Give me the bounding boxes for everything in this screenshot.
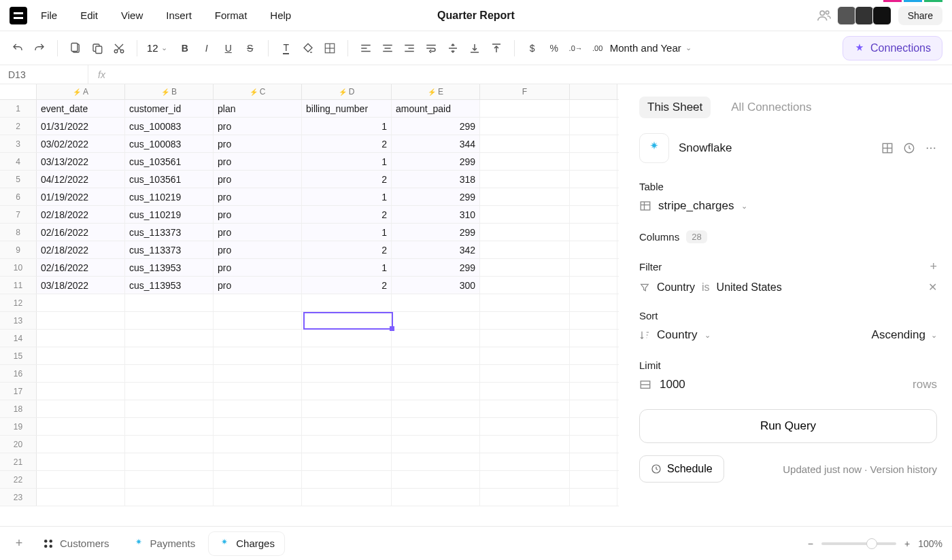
sheet-tab-charges[interactable]: Charges (209, 532, 284, 555)
strikethrough-icon[interactable]: S (242, 40, 258, 56)
column-header-E[interactable]: ⚡E (392, 84, 480, 99)
menu-edit[interactable]: Edit (80, 10, 98, 21)
redo-icon[interactable] (31, 40, 48, 56)
limit-value[interactable]: 1000 (660, 378, 685, 391)
snowflake-icon (639, 133, 669, 163)
table-row[interactable]: 902/18/2022cus_113373pro2342 (0, 241, 619, 259)
share-button[interactable]: Share (898, 6, 942, 25)
formula-input[interactable]: fx (88, 69, 105, 80)
table-row[interactable]: 403/13/2022cus_103561pro1299 (0, 153, 619, 171)
spreadsheet[interactable]: ⚡A ⚡B ⚡C ⚡D ⚡E F 1event_datecustomer_idp… (0, 84, 619, 526)
table-row[interactable]: 12 (0, 294, 619, 312)
connections-button[interactable]: Connections (843, 36, 942, 60)
sort-direction[interactable]: Ascending ⌄ (872, 328, 937, 342)
cut-icon[interactable] (111, 40, 127, 56)
svg-rect-5 (71, 43, 78, 51)
zoom-out-icon[interactable]: − (808, 538, 813, 549)
align-right-icon[interactable] (401, 40, 418, 56)
table-row[interactable]: 504/12/2022cus_103561pro2318 (0, 171, 619, 188)
menu-file[interactable]: File (41, 10, 57, 21)
table-row[interactable]: 201/31/2022cus_100083pro1299 (0, 118, 619, 135)
svg-rect-7 (96, 46, 102, 54)
zoom-in-icon[interactable]: + (904, 538, 910, 549)
add-filter-icon[interactable]: + (930, 260, 937, 274)
table-row[interactable]: 23 (0, 489, 619, 506)
clipboard-icon[interactable] (67, 40, 84, 56)
remove-filter-icon[interactable]: ✕ (928, 281, 937, 294)
table-row[interactable]: 19 (0, 418, 619, 436)
align-left-icon[interactable] (358, 40, 374, 56)
table-row[interactable]: 1002/16/2022cus_113953pro1299 (0, 259, 619, 277)
column-header-B[interactable]: ⚡B (125, 84, 214, 99)
table-row[interactable]: 702/18/2022cus_110219pro2310 (0, 206, 619, 224)
svg-point-3 (826, 11, 829, 14)
currency-icon[interactable]: $ (524, 40, 541, 56)
more-icon[interactable] (925, 142, 937, 154)
valign-top-icon[interactable] (488, 40, 505, 56)
collaborator-avatars[interactable] (838, 6, 891, 25)
sheet-tab-customers[interactable]: Customers (33, 532, 119, 555)
tab-this-sheet[interactable]: This Sheet (639, 97, 711, 118)
history-icon[interactable] (903, 142, 915, 154)
updated-text[interactable]: Updated just now · Version history (783, 463, 937, 475)
menu-view[interactable]: View (121, 10, 143, 21)
svg-point-32 (934, 147, 935, 149)
borders-icon[interactable] (322, 40, 338, 56)
chevron-down-icon: ⌄ (741, 202, 747, 211)
align-center-icon[interactable] (379, 40, 396, 56)
menu-insert[interactable]: Insert (166, 10, 192, 21)
column-header-F[interactable]: F (480, 84, 570, 99)
fill-color-icon[interactable] (300, 40, 316, 56)
table-row[interactable]: 22 (0, 471, 619, 489)
percent-icon[interactable]: % (546, 40, 562, 56)
italic-icon[interactable]: I (199, 40, 215, 56)
table-row[interactable]: 20 (0, 436, 619, 453)
zoom-slider[interactable] (821, 542, 896, 545)
columns-count-badge: 28 (686, 230, 707, 243)
wrap-icon[interactable] (423, 40, 439, 56)
table-row[interactable]: 14 (0, 330, 619, 347)
font-size-selector[interactable]: 12⌄ (147, 42, 167, 54)
svg-point-42 (50, 544, 53, 548)
chevron-down-icon: ⌄ (704, 331, 711, 340)
app-logo[interactable] (10, 7, 27, 24)
table-row[interactable]: 1103/18/2022cus_113953pro2300 (0, 277, 619, 294)
tab-all-connections[interactable]: All Connections (723, 97, 819, 118)
decimal-increase-icon[interactable]: .0→ (568, 40, 584, 56)
table-row[interactable]: 16 (0, 365, 619, 383)
cell-reference[interactable]: D13 (0, 65, 88, 84)
menu-format[interactable]: Format (215, 10, 248, 21)
valign-bottom-icon[interactable] (466, 40, 483, 56)
bold-icon[interactable]: B (177, 40, 193, 56)
table-row[interactable]: 802/16/2022cus_113373pro1299 (0, 224, 619, 241)
table-row[interactable]: 15 (0, 347, 619, 365)
text-color-icon[interactable]: T (278, 40, 294, 56)
date-format-selector[interactable]: Month and Year⌄ (610, 42, 692, 54)
table-row[interactable]: 17 (0, 383, 619, 400)
copy-icon[interactable] (89, 40, 105, 56)
column-header-C[interactable]: ⚡C (214, 84, 302, 99)
undo-icon[interactable] (10, 40, 26, 56)
valign-middle-icon[interactable] (445, 40, 461, 56)
table-row[interactable]: 13 (0, 312, 619, 330)
sort-field[interactable]: Country (657, 328, 698, 342)
schedule-button[interactable]: Schedule (639, 455, 724, 483)
add-sheet-button[interactable]: + (10, 534, 29, 553)
people-icon[interactable] (817, 8, 832, 23)
table-row[interactable]: 303/02/2022cus_100083pro2344 (0, 135, 619, 153)
table-row[interactable]: 21 (0, 453, 619, 471)
sheet-tab-payments[interactable]: Payments (123, 532, 205, 555)
decimal-decrease-icon[interactable]: .00 (590, 40, 606, 56)
table-selector[interactable]: stripe_charges ⌄ (639, 199, 937, 213)
grid-icon[interactable] (881, 142, 894, 154)
table-row[interactable]: 601/19/2022cus_110219pro1299 (0, 188, 619, 206)
table-row[interactable]: 18 (0, 400, 619, 418)
run-query-button[interactable]: Run Query (639, 409, 937, 443)
menu-help[interactable]: Help (270, 10, 291, 21)
table-label: Table (639, 181, 937, 192)
underline-icon[interactable]: U (220, 40, 237, 56)
column-header-A[interactable]: ⚡A (37, 84, 125, 99)
table-row[interactable]: 1event_datecustomer_idplanbilling_number… (0, 100, 619, 118)
column-header-D[interactable]: ⚡D (302, 84, 392, 99)
filter-row[interactable]: Country is United States ✕ (639, 281, 937, 294)
